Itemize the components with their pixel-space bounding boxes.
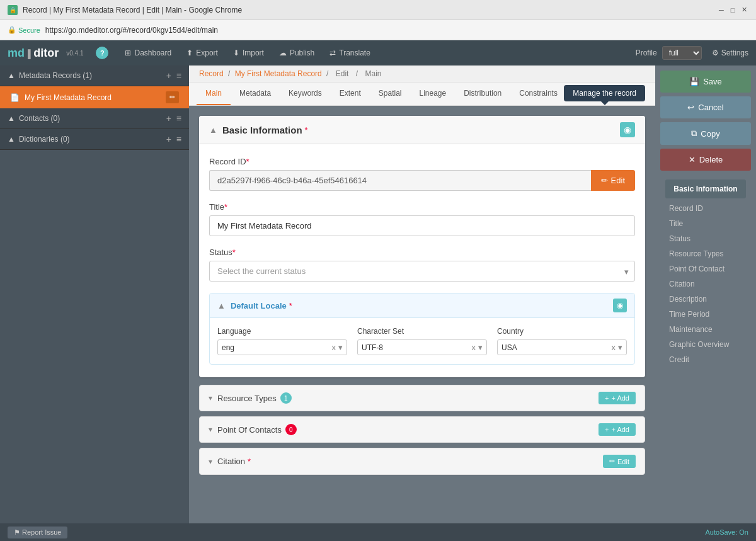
resource-count-badge: 1 bbox=[280, 392, 292, 404]
locale-toggle[interactable]: ◉ bbox=[613, 299, 627, 312]
title-required: * bbox=[224, 202, 227, 212]
resource-types-header[interactable]: ▾ Resource Types 1 + + Add bbox=[200, 385, 644, 411]
basic-info-title: Basic Information bbox=[222, 125, 302, 135]
add-contact-button[interactable]: + bbox=[166, 113, 171, 123]
right-nav-sidebar: Basic Information Record ID Title Status… bbox=[660, 174, 751, 372]
list-contact-button[interactable]: ≡ bbox=[176, 113, 181, 123]
cancel-button[interactable]: ↩ Cancel bbox=[660, 96, 751, 118]
publish-icon: ☁ bbox=[279, 48, 287, 57]
list-dict-button[interactable]: ≡ bbox=[176, 134, 181, 144]
tab-distribution[interactable]: Distribution bbox=[455, 83, 510, 105]
title-input[interactable] bbox=[209, 215, 635, 236]
publish-button[interactable]: ☁ Publish bbox=[273, 46, 321, 60]
citation-header[interactable]: ▾ Citation * ✏ Edit bbox=[200, 448, 644, 474]
citation-title: Citation bbox=[217, 457, 245, 466]
tab-main[interactable]: Main bbox=[197, 83, 231, 105]
add-poc-button[interactable]: + + Add bbox=[598, 423, 636, 436]
country-value: USA bbox=[501, 343, 612, 352]
dict-chevron-icon: ▲ bbox=[8, 135, 15, 144]
citation-edit-button[interactable]: ✏ Edit bbox=[603, 455, 636, 468]
delete-button[interactable]: ✕ Delete bbox=[660, 149, 751, 171]
tab-spatial[interactable]: Spatial bbox=[370, 83, 411, 105]
language-arrow-icon[interactable]: ▾ bbox=[338, 343, 343, 352]
delete-icon: ✕ bbox=[689, 155, 696, 164]
tab-metadata[interactable]: Metadata bbox=[231, 83, 280, 105]
save-button[interactable]: 💾 Save bbox=[660, 71, 751, 93]
url-bar[interactable]: https://go.mdeditor.org/#/record/0kgv15d… bbox=[45, 26, 218, 35]
charset-arrow-icon[interactable]: ▾ bbox=[478, 343, 483, 352]
nav-link-description[interactable]: Description bbox=[660, 292, 751, 307]
nav-link-credit[interactable]: Credit bbox=[660, 352, 751, 367]
brand-logo: md ▌ditor bbox=[8, 47, 59, 60]
translate-icon: ⇄ bbox=[329, 48, 336, 57]
dashboard-button[interactable]: ⊞ Dashboard bbox=[118, 46, 178, 60]
charset-select[interactable]: UTF-8 x ▾ bbox=[357, 339, 487, 355]
add-metadata-button[interactable]: + bbox=[166, 71, 171, 81]
close-button[interactable]: ✕ bbox=[740, 6, 748, 14]
record-id-edit-button[interactable]: ✏ Edit bbox=[591, 170, 635, 191]
metadata-records-section[interactable]: ▲ Metadata Records (1) + ≡ bbox=[0, 65, 189, 86]
tab-constraints[interactable]: Constraints bbox=[510, 83, 566, 105]
report-issue-button[interactable]: ⚑ Report Issue bbox=[8, 527, 67, 538]
minimize-button[interactable]: ─ bbox=[717, 6, 726, 14]
record-id-label: Record ID* bbox=[209, 157, 635, 166]
basic-info-toggle[interactable]: ◉ bbox=[620, 122, 635, 137]
poc-header[interactable]: ▾ Point Of Contacts 0 + + Add bbox=[200, 417, 644, 442]
top-nav: md ▌ditor v0.4.1 ? ⊞ Dashboard ⬆ Export … bbox=[0, 40, 756, 65]
title-group: Title* bbox=[209, 202, 635, 236]
nav-section-label: Basic Information bbox=[665, 179, 746, 198]
nav-link-citation[interactable]: Citation bbox=[660, 276, 751, 292]
add-resource-button[interactable]: + + Add bbox=[598, 392, 636, 404]
tab-lineage[interactable]: Lineage bbox=[410, 83, 455, 105]
metadata-section-title: Metadata Records (1) bbox=[19, 71, 161, 80]
nav-link-time-period[interactable]: Time Period bbox=[660, 307, 751, 322]
poc-count-badge: 0 bbox=[285, 424, 297, 435]
status-select[interactable]: Select the current status completed ongo… bbox=[209, 261, 635, 282]
app-container: md ▌ditor v0.4.1 ? ⊞ Dashboard ⬆ Export … bbox=[0, 40, 756, 541]
country-clear-btn[interactable]: x bbox=[612, 343, 616, 352]
help-button[interactable]: ? bbox=[96, 47, 108, 59]
manage-tooltip: Manage the record bbox=[564, 85, 645, 101]
breadcrumb-title[interactable]: My First Metadata Record bbox=[235, 69, 322, 78]
nav-link-title[interactable]: Title bbox=[660, 216, 751, 231]
country-arrow-icon[interactable]: ▾ bbox=[618, 343, 622, 352]
country-select[interactable]: USA x ▾ bbox=[497, 339, 627, 355]
maximize-button[interactable]: □ bbox=[728, 6, 737, 14]
nav-link-status[interactable]: Status bbox=[660, 231, 751, 246]
tab-keywords[interactable]: Keywords bbox=[280, 83, 331, 105]
tab-extent[interactable]: Extent bbox=[331, 83, 370, 105]
citation-section: ▾ Citation * ✏ Edit bbox=[199, 448, 645, 475]
charset-group: Character Set UTF-8 x ▾ bbox=[357, 327, 487, 355]
language-select[interactable]: eng x ▾ bbox=[217, 339, 347, 355]
dict-title: Dictionaries (0) bbox=[19, 135, 161, 144]
settings-button[interactable]: ⚙ Settings bbox=[712, 48, 748, 57]
translate-button[interactable]: ⇄ Translate bbox=[323, 46, 377, 60]
charset-clear-btn[interactable]: x bbox=[472, 343, 476, 352]
nav-link-record-id[interactable]: Record ID bbox=[660, 201, 751, 216]
copy-button[interactable]: ⧉ Copy bbox=[660, 122, 751, 145]
content-area: ▲ Basic Information * ◉ Record ID* bbox=[189, 106, 655, 490]
add-dict-button[interactable]: + bbox=[166, 134, 171, 144]
dictionaries-section[interactable]: ▲ Dictionaries (0) + ≡ bbox=[0, 129, 189, 150]
list-metadata-button[interactable]: ≡ bbox=[176, 71, 181, 81]
nav-link-maintenance[interactable]: Maintenance bbox=[660, 322, 751, 337]
nav-link-graphic-overview[interactable]: Graphic Overview bbox=[660, 337, 751, 352]
profile-select[interactable]: full basic bbox=[662, 46, 702, 60]
import-button[interactable]: ⬇ Import bbox=[227, 46, 270, 60]
record-id-row: ✏ Edit bbox=[209, 170, 635, 191]
basic-info-header[interactable]: ▲ Basic Information * ◉ bbox=[199, 116, 645, 144]
export-button[interactable]: ⬆ Export bbox=[180, 46, 224, 60]
record-id-input[interactable] bbox=[209, 170, 591, 191]
browser-title-bar: 🔒 Record | My First Metadata Record | Ed… bbox=[0, 0, 756, 20]
default-locale-header[interactable]: ▲ Default Locale * ◉ bbox=[210, 293, 634, 318]
sidebar-record-item[interactable]: 📄 My First Metadata Record ✏ bbox=[0, 86, 189, 108]
nav-link-point-of-contact[interactable]: Point Of Contact bbox=[660, 261, 751, 276]
breadcrumb-record[interactable]: Record bbox=[199, 69, 224, 78]
tab-bar: Main Metadata Keywords Extent Spatial Li… bbox=[189, 83, 655, 106]
language-label: Language bbox=[217, 327, 347, 336]
nav-link-resource-types[interactable]: Resource Types bbox=[660, 246, 751, 261]
contacts-section[interactable]: ▲ Contacts (0) + ≡ bbox=[0, 108, 189, 129]
language-clear-btn[interactable]: x bbox=[332, 343, 336, 352]
locale-collapse-icon: ▲ bbox=[217, 301, 226, 310]
record-edit-icon[interactable]: ✏ bbox=[166, 91, 179, 103]
